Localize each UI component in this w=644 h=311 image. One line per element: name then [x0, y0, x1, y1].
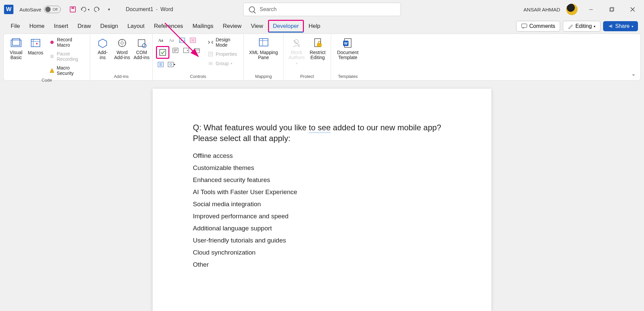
- autosave-label: AutoSave: [19, 7, 41, 12]
- word-addins-label: Word Add-ins: [114, 50, 130, 60]
- tab-home[interactable]: Home: [24, 20, 49, 32]
- search-icon: [249, 6, 255, 12]
- option-item: Improved performance and speed: [193, 213, 451, 220]
- svg-rect-2: [522, 24, 527, 28]
- editing-mode-button[interactable]: Editing ▾: [563, 21, 600, 32]
- share-button[interactable]: Share ▾: [603, 21, 638, 31]
- tab-developer[interactable]: Developer: [268, 20, 304, 33]
- option-item: Additional language support: [193, 225, 451, 232]
- qat-customize[interactable]: ▾: [104, 5, 114, 14]
- group-button: Group ▾: [206, 59, 240, 68]
- save-button[interactable]: [68, 5, 77, 14]
- close-button[interactable]: [625, 4, 640, 14]
- svg-rect-22: [183, 48, 189, 53]
- option-item: Offline access: [193, 152, 451, 160]
- building-block-control-button[interactable]: [188, 36, 198, 45]
- svg-point-13: [121, 42, 123, 44]
- document-area: Q: What features would you like to see a…: [0, 89, 644, 311]
- addins-button[interactable]: Add- ins: [94, 36, 112, 62]
- comments-label: Comments: [529, 23, 555, 29]
- macros-label: Macros: [28, 50, 43, 55]
- plain-text-control-button[interactable]: Aa: [167, 36, 176, 45]
- svg-marker-11: [99, 39, 107, 48]
- record-macro-button[interactable]: Record Macro: [47, 36, 87, 49]
- question-text: Q: What features would you like to see a…: [193, 122, 451, 144]
- svg-rect-9: [52, 55, 53, 58]
- tab-file[interactable]: File: [6, 20, 24, 32]
- tab-layout[interactable]: Layout: [123, 20, 149, 32]
- option-item: Other: [193, 261, 451, 268]
- undo-button[interactable]: ▾: [80, 5, 90, 14]
- svg-rect-19: [191, 39, 195, 42]
- legacy-tools-button[interactable]: ▾: [167, 60, 176, 69]
- pause-recording-label: Pause Recording: [57, 51, 85, 62]
- date-picker-control-button[interactable]: [192, 46, 202, 55]
- maximize-button[interactable]: [604, 4, 619, 14]
- combobox-control-button[interactable]: [171, 46, 180, 55]
- svg-rect-25: [168, 62, 173, 67]
- tab-references[interactable]: References: [149, 20, 188, 32]
- svg-rect-31: [317, 43, 321, 47]
- record-macro-label: Record Macro: [57, 37, 85, 48]
- svg-point-17: [180, 39, 182, 40]
- document-page[interactable]: Q: What features would you like to see a…: [153, 89, 491, 311]
- design-mode-label: Design Mode: [216, 37, 238, 48]
- tab-insert[interactable]: Insert: [49, 20, 73, 32]
- properties-label: Properties: [216, 51, 237, 57]
- document-template-button[interactable]: W Document Template: [334, 36, 361, 62]
- block-authors-label: Block Authors: [288, 50, 305, 60]
- picture-control-button[interactable]: [177, 36, 187, 45]
- app-name: Word: [160, 6, 173, 12]
- svg-marker-10: [50, 69, 54, 73]
- restrict-editing-button[interactable]: Restrict Editing: [308, 36, 327, 62]
- autosave-toggle[interactable]: Off: [44, 6, 61, 13]
- svg-rect-23: [194, 49, 200, 53]
- group-protect-label: Protect: [287, 73, 327, 79]
- tab-review[interactable]: Review: [218, 20, 246, 32]
- repeating-section-control-button[interactable]: [156, 60, 165, 69]
- ribbon-tabs: File Home Insert Draw Design Layout Refe…: [0, 19, 644, 34]
- comments-button[interactable]: Comments: [516, 21, 560, 32]
- search-placeholder: Search: [260, 6, 277, 12]
- redo-button[interactable]: [92, 5, 102, 14]
- doc-name: Document1: [126, 6, 153, 12]
- autosave-state: Off: [53, 7, 57, 11]
- group-code-label: Code: [7, 77, 87, 83]
- minimize-button[interactable]: ─: [584, 4, 598, 14]
- com-addins-button[interactable]: COM Add-ins: [132, 36, 151, 62]
- macros-button[interactable]: Macros: [26, 36, 45, 57]
- collapse-ribbon-button[interactable]: ⌄: [631, 71, 636, 77]
- svg-point-26: [170, 63, 172, 65]
- svg-rect-8: [51, 55, 52, 58]
- tab-view[interactable]: View: [246, 20, 268, 32]
- editing-label: Editing: [575, 23, 592, 29]
- tab-draw[interactable]: Draw: [73, 20, 96, 32]
- rich-text-control-button[interactable]: Aa: [156, 36, 165, 45]
- dropdown-control-button[interactable]: [181, 46, 191, 55]
- properties-button: Properties: [206, 50, 240, 58]
- block-authors-button[interactable]: Block Authors ▾: [287, 36, 307, 66]
- xml-mapping-pane-button[interactable]: XML Mapping Pane: [247, 36, 280, 62]
- com-addins-label: COM Add-ins: [133, 50, 149, 60]
- visual-basic-button[interactable]: Visual Basic: [7, 36, 25, 62]
- tab-design[interactable]: Design: [96, 20, 123, 32]
- search-box[interactable]: Search: [243, 3, 401, 16]
- svg-rect-20: [160, 49, 166, 55]
- svg-rect-28: [259, 39, 268, 46]
- checkbox-control-button[interactable]: [156, 46, 169, 59]
- macro-security-button[interactable]: Macro Security: [47, 64, 87, 77]
- tab-help[interactable]: Help: [304, 20, 325, 32]
- svg-rect-14: [138, 40, 145, 46]
- share-label: Share: [615, 23, 630, 29]
- avatar[interactable]: [566, 4, 578, 15]
- group-controls-label: Controls: [156, 73, 240, 79]
- visual-basic-label: Visual Basic: [10, 50, 22, 60]
- word-addins-button[interactable]: Word Add-ins: [113, 36, 131, 62]
- option-item: Customizable themes: [193, 164, 451, 172]
- pause-recording-button: Pause Recording: [47, 50, 87, 63]
- word-logo: W: [4, 5, 13, 14]
- group-addins-label: Add-ins: [94, 73, 149, 79]
- design-mode-button[interactable]: Design Mode: [206, 36, 240, 49]
- tab-mailings[interactable]: Mailings: [188, 20, 218, 32]
- toggle-knob: [45, 7, 51, 12]
